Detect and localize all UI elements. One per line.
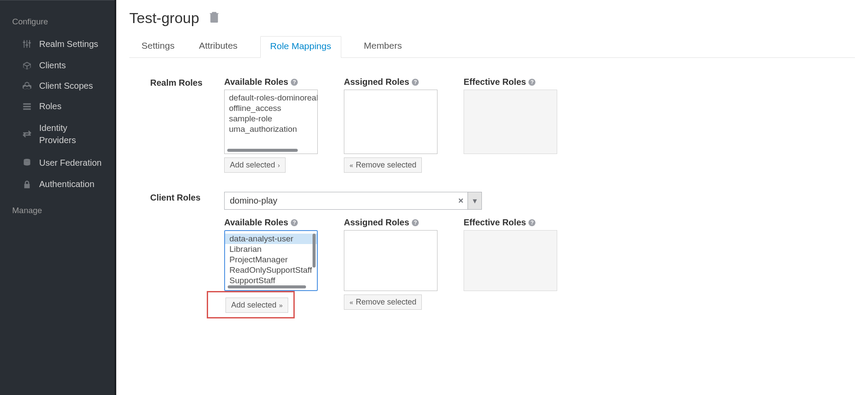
client-select-input[interactable] <box>225 192 454 209</box>
trash-icon <box>209 11 219 23</box>
list-item[interactable]: ProjectManager <box>225 254 317 265</box>
sidebar-item-label: User Federation <box>39 157 101 169</box>
client-assigned-label: Assigned Roles <box>344 218 409 228</box>
realm-available-label: Available Roles <box>224 77 288 87</box>
scrollbar-horizontal[interactable] <box>228 285 306 288</box>
tab-members[interactable]: Members <box>362 36 404 57</box>
list-item[interactable]: sample-role <box>225 114 317 124</box>
sidebar-item-user-federation[interactable]: User Federation <box>0 151 114 174</box>
client-effective-list <box>464 230 557 291</box>
svg-rect-8 <box>23 108 31 110</box>
svg-rect-3 <box>23 42 26 43</box>
sidebar: Configure Realm Settings Clients Client … <box>0 0 114 395</box>
sidebar-item-label: Client Scopes <box>39 81 93 91</box>
client-effective-col: Effective Roles ? <box>464 218 557 318</box>
sidebar-item-label: Clients <box>39 60 66 70</box>
realm-effective-list <box>464 90 557 154</box>
svg-rect-6 <box>23 103 31 104</box>
caret-down-icon: ▾ <box>473 196 477 206</box>
tabs: Settings Attributes Role Mappings Member… <box>129 36 855 58</box>
client-select-clear[interactable]: ✕ <box>454 192 468 209</box>
sidebar-item-realm-settings[interactable]: Realm Settings <box>0 33 114 55</box>
sidebar-item-identity-providers[interactable]: Identity Providers <box>0 117 114 151</box>
list-item[interactable]: ReadOnlySupportStaff <box>225 265 317 275</box>
realm-available-list[interactable]: default-roles-dominorealm offline_access… <box>224 90 318 154</box>
cube-icon <box>23 61 31 70</box>
list-item[interactable]: Librarian <box>225 244 317 254</box>
sidebar-item-label: Roles <box>39 101 61 111</box>
client-select[interactable]: ✕ ▾ <box>224 192 482 210</box>
exchange-icon <box>23 130 31 138</box>
chevron-double-right-icon: » <box>279 301 283 309</box>
sidebar-item-label: Authentication <box>39 179 94 189</box>
help-icon[interactable]: ? <box>291 79 298 86</box>
help-icon[interactable]: ? <box>412 219 419 226</box>
realm-assigned-label: Assigned Roles <box>344 77 409 87</box>
client-assigned-list[interactable] <box>344 230 437 291</box>
database-icon <box>23 158 31 167</box>
client-available-list[interactable]: data-analyst-user Librarian ProjectManag… <box>224 230 318 291</box>
help-icon[interactable]: ? <box>528 79 535 86</box>
sidebar-item-authentication[interactable]: Authentication <box>0 174 114 194</box>
client-roles-row: Client Roles ✕ ▾ <box>129 192 855 318</box>
sidebar-item-label: Identity Providers <box>39 122 102 146</box>
svg-rect-4 <box>26 44 28 46</box>
svg-rect-2 <box>29 40 30 48</box>
help-icon[interactable]: ? <box>291 219 298 226</box>
realm-roles-row: Realm Roles Available Roles ? default-ro… <box>129 77 855 173</box>
tab-attributes[interactable]: Attributes <box>197 36 239 57</box>
chevron-left-icon: « <box>350 161 353 169</box>
svg-rect-7 <box>23 106 31 107</box>
list-item[interactable]: default-roles-dominorealm <box>225 93 317 103</box>
delete-group-button[interactable] <box>209 11 219 25</box>
svg-rect-0 <box>24 40 25 48</box>
realm-roles-label: Realm Roles <box>129 77 224 88</box>
chevron-right-icon: › <box>278 161 280 169</box>
client-available-col: Available Roles ? data-analyst-user Libr… <box>224 218 318 318</box>
realm-assigned-col: Assigned Roles ? « Remove selected <box>344 77 437 173</box>
list-item[interactable]: SupportStaff <box>225 275 317 286</box>
highlight-annotation: Add selected » <box>207 291 295 318</box>
realm-effective-col: Effective Roles ? <box>464 77 557 173</box>
scrollbar-horizontal[interactable] <box>227 149 298 152</box>
realm-available-col: Available Roles ? default-roles-dominore… <box>224 77 318 173</box>
sidebar-item-label: Realm Settings <box>39 38 98 50</box>
realm-remove-selected-button[interactable]: « Remove selected <box>344 157 422 173</box>
sidebar-section-manage: Manage <box>0 202 114 221</box>
sidebar-item-client-scopes[interactable]: Client Scopes <box>0 76 114 96</box>
list-item[interactable]: data-analyst-user <box>225 234 317 244</box>
lock-icon <box>23 180 31 189</box>
page-title: Test-group <box>129 10 199 27</box>
list-item[interactable]: offline_access <box>225 103 317 114</box>
client-available-label: Available Roles <box>224 218 288 228</box>
cubes-icon <box>23 82 31 90</box>
realm-effective-label: Effective Roles <box>464 77 526 87</box>
realm-assigned-list[interactable] <box>344 90 437 154</box>
chevron-left-icon: « <box>350 298 353 306</box>
svg-point-9 <box>24 159 30 161</box>
list-item[interactable]: uma_authorization <box>225 124 317 134</box>
sidebar-item-roles[interactable]: Roles <box>0 96 114 117</box>
client-roles-label: Client Roles <box>129 192 224 203</box>
client-remove-selected-button[interactable]: « Remove selected <box>344 295 422 310</box>
svg-rect-1 <box>27 40 27 48</box>
client-effective-label: Effective Roles <box>464 218 526 228</box>
main-content: Test-group Settings Attributes Role Mapp… <box>114 0 868 395</box>
close-icon: ✕ <box>458 197 464 205</box>
client-select-toggle[interactable]: ▾ <box>468 192 481 209</box>
svg-rect-5 <box>28 42 31 44</box>
client-assigned-col: Assigned Roles ? « Remove selected <box>344 218 437 318</box>
realm-add-selected-button[interactable]: Add selected › <box>224 157 286 173</box>
sidebar-section-configure: Configure <box>0 13 114 33</box>
tab-settings[interactable]: Settings <box>140 36 176 57</box>
list-icon <box>23 102 31 111</box>
client-add-selected-button[interactable]: Add selected » <box>225 298 288 313</box>
scrollbar-vertical[interactable] <box>313 234 316 268</box>
help-icon[interactable]: ? <box>528 219 535 226</box>
sliders-icon <box>23 40 31 48</box>
page-header: Test-group <box>129 10 855 27</box>
sidebar-item-clients[interactable]: Clients <box>0 55 114 76</box>
tab-role-mappings[interactable]: Role Mappings <box>260 36 341 58</box>
help-icon[interactable]: ? <box>412 79 419 86</box>
